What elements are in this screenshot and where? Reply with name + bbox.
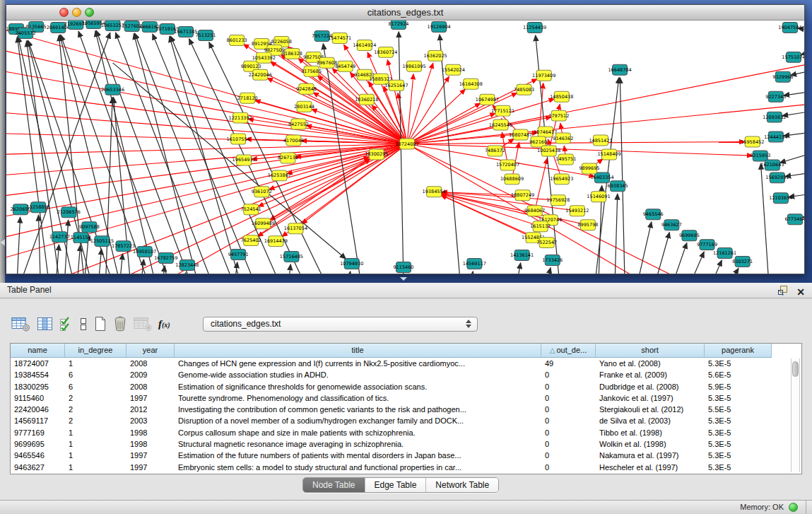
graph-node[interactable]: 11254439 xyxy=(523,22,546,33)
table-cell[interactable]: de Silva et al. (2003) xyxy=(596,415,705,426)
graph-node[interactable]: 7513251 xyxy=(195,30,216,40)
table-cell[interactable]: 5.3E-5 xyxy=(705,415,772,426)
graph-node[interactable]: 2405572 xyxy=(16,28,36,38)
table-row[interactable]: 2242004622012Investigating the contribut… xyxy=(11,404,801,415)
graph-node[interactable]: 8186328 xyxy=(282,48,302,59)
graph-node[interactable]: 12161261 xyxy=(713,248,736,259)
table-cell[interactable]: Tibbo et al. (1998) xyxy=(596,427,705,438)
table-cell[interactable]: 9465546 xyxy=(11,450,65,461)
table-cell[interactable]: 18724007 xyxy=(11,358,65,369)
graph-node[interactable]: 8267130 xyxy=(278,153,298,163)
table-cell[interactable]: 1997 xyxy=(126,450,175,461)
table-cell[interactable]: Estimation of the future numbers of pati… xyxy=(175,450,541,461)
graph-node[interactable]: 15493212 xyxy=(565,206,589,216)
graph-edge[interactable] xyxy=(637,222,652,274)
column-header-short[interactable]: short xyxy=(596,344,705,358)
table-row[interactable]: 1456911722003Disruption of a novel membe… xyxy=(11,415,801,426)
graph-node[interactable]: 17857223 xyxy=(112,241,135,252)
tab-network-table[interactable]: Network Table xyxy=(426,478,498,492)
graph-node[interactable]: 18807249 xyxy=(511,190,534,201)
graph-node[interactable]: 16914479 xyxy=(264,236,288,247)
table-row[interactable]: 1872400712008Changes of HCN gene express… xyxy=(11,358,801,369)
table-cell[interactable]: 0 xyxy=(541,404,596,415)
graph-node[interactable]: 14569117 xyxy=(463,259,486,269)
graph-edge[interactable] xyxy=(348,271,351,274)
table-cell[interactable]: 5.9E-5 xyxy=(705,381,772,392)
graph-edge[interactable] xyxy=(784,91,804,95)
graph-node[interactable]: 15692951 xyxy=(765,173,789,183)
table-cell[interactable]: Dudbridge et al. (2008) xyxy=(596,381,705,392)
graph-node[interactable]: 1495751 xyxy=(555,154,576,165)
graph-node[interactable]: 1142737 xyxy=(49,232,70,243)
graph-node[interactable]: 8303271 xyxy=(732,257,753,267)
column-header-out_de[interactable]: △out_de... xyxy=(541,344,596,358)
table-row[interactable]: 969969511998Structural magnetic resonanc… xyxy=(11,438,801,450)
table-cell[interactable]: Genome-wide association studies in ADHD. xyxy=(175,369,541,380)
graph-node[interactable]: 19126904 xyxy=(428,21,451,32)
table-cell[interactable]: 5.3E-5 xyxy=(705,392,772,404)
table-row[interactable]: 977716911998Corpus callosum shape and si… xyxy=(11,427,801,438)
graph-node[interactable]: 12444154 xyxy=(764,132,787,142)
graph-node[interactable]: 10688609 xyxy=(500,174,524,185)
table-cell[interactable]: 5.3E-5 xyxy=(705,450,772,461)
graph-node[interactable]: 16245546 xyxy=(489,119,512,130)
graph-node[interactable]: 15146091 xyxy=(587,192,610,202)
table-cell[interactable]: 1 xyxy=(65,450,126,461)
graph-node[interactable]: 8427552 xyxy=(288,119,309,129)
graph-edge[interactable] xyxy=(120,254,123,274)
row-height-icon[interactable] xyxy=(79,317,88,332)
table-cell[interactable]: Jankovic et al. (1997) xyxy=(596,392,705,404)
table-cell[interactable]: 5.3E-5 xyxy=(705,438,772,450)
graph-node[interactable]: 2718120 xyxy=(237,93,258,103)
table-cell[interactable]: 0 xyxy=(541,369,596,380)
table-cell[interactable]: 5.5E-5 xyxy=(705,404,772,415)
table-cell[interactable]: 1998 xyxy=(126,438,175,450)
graph-node[interactable]: 1797512 xyxy=(548,110,569,121)
graph-node[interactable]: 19047584 xyxy=(778,22,801,33)
graph-node[interactable]: 14614924 xyxy=(353,40,376,50)
graph-node[interactable]: 9777169 xyxy=(697,240,717,250)
table-cell[interactable]: 0 xyxy=(541,392,596,404)
table-cell[interactable]: 5.3E-5 xyxy=(705,427,772,438)
graph-edge[interactable] xyxy=(547,268,551,274)
graph-node[interactable]: 9146362 xyxy=(553,133,573,144)
table-cell[interactable]: 2003 xyxy=(126,415,175,426)
graph-edge[interactable] xyxy=(779,152,804,163)
graph-node[interactable]: 8454749 xyxy=(335,61,355,71)
table-cell[interactable]: 2008 xyxy=(126,358,175,369)
graph-edge[interactable] xyxy=(64,220,68,274)
graph-node[interactable]: 16648784 xyxy=(608,64,631,75)
graph-node[interactable]: 15958452 xyxy=(741,136,764,147)
zoom-window-icon[interactable] xyxy=(85,8,94,17)
graph-edge[interactable] xyxy=(77,245,80,274)
table-cell[interactable]: 14569117 xyxy=(11,415,65,426)
graph-edge[interactable] xyxy=(407,142,745,144)
table-cell[interactable]: 49 xyxy=(541,358,596,369)
graph-edge[interactable] xyxy=(135,33,233,274)
table-cell[interactable]: 2 xyxy=(65,404,126,415)
table-cell[interactable]: 0 xyxy=(541,381,596,392)
graph-edge[interactable] xyxy=(6,112,407,144)
float-panel-icon[interactable] xyxy=(777,285,788,298)
table-cell[interactable]: 1 xyxy=(65,462,126,473)
table-cell[interactable]: 2009 xyxy=(126,369,175,380)
graph-node[interactable]: 9457791 xyxy=(228,250,249,260)
graph-node[interactable]: 9115460 xyxy=(393,262,413,273)
table-cell[interactable]: Disruption of a novel member of a sodium… xyxy=(175,415,541,426)
table-cell[interactable]: 0 xyxy=(541,450,596,461)
table-scrollbar-thumb[interactable] xyxy=(792,361,799,377)
table-cell[interactable]: Franke et al. (2009) xyxy=(596,369,705,380)
graph-node[interactable]: 15751074 xyxy=(782,52,804,62)
table-cell[interactable]: Tourette syndrome. Phenomenology and cla… xyxy=(175,392,541,404)
graph-node[interactable]: 15720407 xyxy=(496,160,519,170)
graph-edge[interactable] xyxy=(620,78,625,274)
column-header-in_degree[interactable]: in_degree xyxy=(65,344,126,358)
table-cell[interactable]: 1998 xyxy=(126,427,175,438)
show-columns-icon[interactable] xyxy=(37,317,53,332)
table-cell[interactable]: 19384554 xyxy=(11,369,65,380)
graph-node[interactable]: 9684067 xyxy=(524,206,545,216)
table-cell[interactable]: 6 xyxy=(65,369,126,380)
table-cell[interactable]: Corpus callosum shape and size in male p… xyxy=(175,427,541,438)
graph-edge[interactable] xyxy=(471,271,473,274)
table-cell[interactable]: 22420046 xyxy=(11,404,65,415)
